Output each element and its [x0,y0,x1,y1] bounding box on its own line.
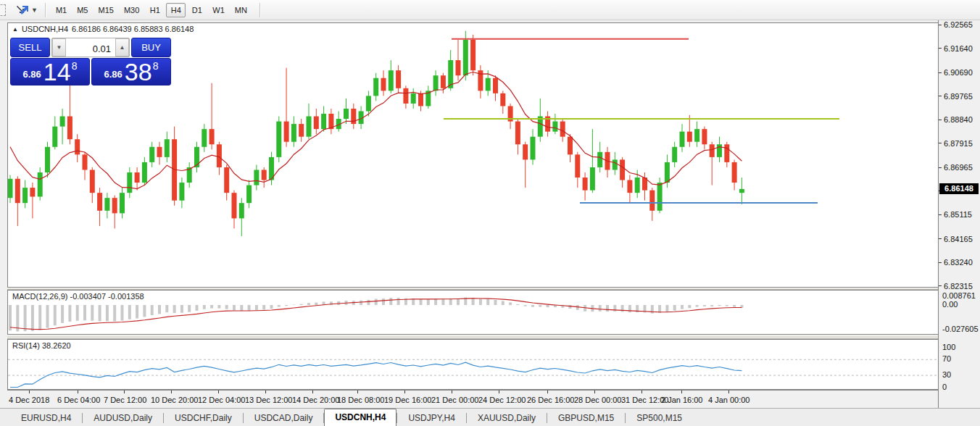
timeframe-button-h4[interactable]: H4 [166,3,186,17]
rsi-axis-label: 70 [942,354,951,363]
date-axis[interactable]: 4 Dec 20186 Dec 04:007 Dec 12:0010 Dec 2… [7,390,938,408]
macd-pane[interactable]: MACD(12,26,9) -0.003407 -0.001358 [7,290,938,335]
price-tick-label: 6.89765 [944,92,973,101]
timeframe-button-m1[interactable]: M1 [51,3,71,17]
chart-tab-audusd-daily[interactable]: AUDUSD,Daily [83,410,163,426]
price-tick-dash [939,285,942,286]
date-label: 12 Dec 04:00 [198,396,245,404]
date-tick [171,390,172,393]
main-chart-pane[interactable]: ▲ USDCNH,H4 6.86186 6.86439 6.85883 6.86… [7,22,938,288]
date-tick [265,390,266,393]
date-tick [547,390,548,393]
date-tick [404,390,405,393]
volume-spinner: ▼ ▲ [51,38,130,57]
volume-decrease-button[interactable]: ▼ [52,38,66,57]
date-label: 13 Dec 12:00 [245,396,292,404]
toolbar-separator [259,3,260,17]
timeframe-buttons: M1M5M15M30H1H4D1W1MN [51,3,252,17]
price-tick-dash [939,238,942,239]
macd-histogram [10,298,742,332]
sell-price-prefix: 6.86 [23,69,41,80]
price-tick-label: 6.91640 [944,44,973,53]
rsi-pane[interactable]: RSI(14) 38.2620 [7,339,938,390]
chart-tab-xauusd-daily[interactable]: XAUUSD,Daily [467,410,547,426]
price-tick-label: 6.83240 [944,258,973,267]
chart-workspace: ▲ USDCNH,H4 6.86186 6.86439 6.85883 6.86… [0,20,980,408]
price-tick-dash [939,143,942,143]
date-label: 19 Dec 16:00 [384,396,431,404]
buy-price-prefix: 6.86 [104,69,122,80]
price-tick-dash [939,25,942,25]
rsi-axis-label: 30 [942,370,951,379]
chart-ohlc-values: 6.86186 6.86439 6.85883 6.86148 [72,25,194,33]
chart-tab-eurusd-h4[interactable]: EURUSD,H4 [10,410,82,426]
timeframe-button-d1[interactable]: D1 [187,3,207,17]
window-edge-icon [0,4,6,16]
date-label: 26 Dec 16:00 [527,396,574,404]
buy-price-pips: 38 [125,61,152,83]
price-axis[interactable]: 6.925656.916406.906906.897656.888406.879… [938,20,980,408]
date-label: 4 Jan 00:00 [708,396,750,404]
timeframe-button-m5[interactable]: M5 [72,3,92,17]
volume-increase-button[interactable]: ▲ [115,38,129,57]
sell-price-panel[interactable]: 6.86 14 8 [10,58,90,85]
price-tick-label: 6.90690 [944,68,973,77]
buy-price-panel[interactable]: 6.86 38 8 [91,58,171,85]
price-tick-label: 6.82315 [944,282,973,291]
timeframe-toolbar: ▼ M1M5M15M30H1H4D1W1MN [0,0,980,20]
price-tick-label: 6.84165 [944,235,973,243]
date-tick [641,390,642,393]
buy-button[interactable]: BUY [131,38,171,57]
chart-tab-usdchf-daily[interactable]: USDCHF,Daily [164,410,243,426]
chart-column: ▲ USDCNH,H4 6.86186 6.86439 6.85883 6.86… [7,20,938,408]
date-label: 21 Dec 00:00 [431,396,478,404]
timeframe-button-m15[interactable]: M15 [94,3,117,17]
one-click-trading-panel: SELL ▼ ▲ BUY 6.86 14 8 [10,38,171,85]
timeframe-button-h1[interactable]: H1 [145,3,165,17]
date-tick [357,390,358,393]
date-label: 28 Dec 00:00 [574,396,621,404]
current-price-badge: 6.86148 [939,183,979,194]
chart-arrows-icon[interactable] [14,4,29,17]
date-label: 7 Dec 12:00 [104,396,146,404]
date-label: 14 Dec 20:00 [292,396,339,404]
chart-tab-usdcnh-h4[interactable]: USDCNH,H4 [324,409,396,426]
date-tick [499,390,499,393]
oneclick-collapse-icon[interactable]: ▲ [12,26,18,33]
chart-tab-usdjpy-h4[interactable]: USDJPY,H4 [397,410,465,426]
macd-axis-label: 0.008761 [942,291,976,300]
date-tick [681,390,682,393]
macd-label: MACD(12,26,9) -0.003407 -0.001358 [12,292,144,301]
date-tick [29,390,30,393]
date-tick [124,390,125,393]
date-label: 4 Dec 2018 [9,396,49,404]
date-tick [78,390,78,393]
date-label: 10 Dec 20:00 [151,396,198,404]
date-tick [594,390,595,393]
chart-tab-usdcad-daily[interactable]: USDCAD,Daily [244,410,324,426]
chart-title: ▲ USDCNH,H4 6.86186 6.86439 6.85883 6.86… [12,25,194,33]
chart-tab-sp500-m15[interactable]: SP500,M15 [626,410,693,426]
price-tick-dash [939,167,942,168]
buy-price-pipette: 8 [153,61,159,71]
price-tick-dash [939,120,942,120]
price-tick-dash [939,262,942,263]
rsi-chart-canvas [8,340,937,389]
dropdown-caret-icon[interactable]: ▼ [31,7,38,14]
rsi-axis-label: 100 [942,343,955,351]
volume-input[interactable] [66,38,115,57]
date-tick [312,390,313,393]
timeframe-button-mn[interactable]: MN [231,3,252,17]
price-tick-label: 6.87915 [944,139,973,148]
chart-tab-gbpusd-m15[interactable]: GBPUSD,M15 [547,410,625,426]
timeframe-button-w1[interactable]: W1 [208,3,229,17]
rsi-line [10,362,742,387]
mt4-window: ▼ M1M5M15M30H1H4D1W1MN ▲ USDCNH,H4 6.861… [0,0,980,426]
price-tick-dash [939,72,942,73]
price-tick-label: 6.85115 [944,210,972,219]
timeframe-button-m30[interactable]: M30 [120,3,144,17]
sell-price-pips: 14 [43,61,71,83]
date-label: 2 Jan 16:00 [661,396,703,404]
sell-button[interactable]: SELL [10,38,50,57]
chart-arrows-icon-svg [14,4,29,17]
